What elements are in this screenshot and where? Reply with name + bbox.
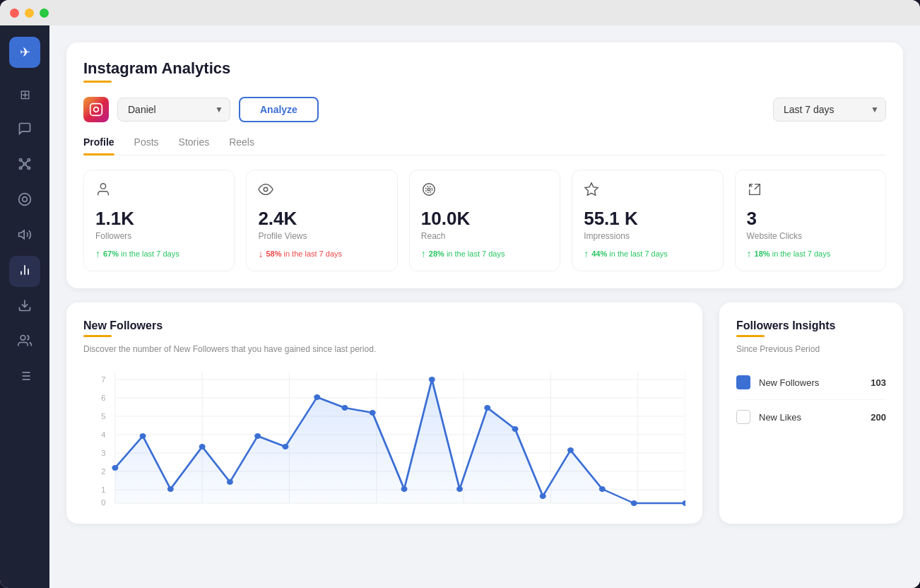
support-icon — [18, 192, 32, 210]
period-select-wrapper: Last 7 days Last 30 days Last 90 days ▼ — [773, 98, 886, 122]
svg-text:4: 4 — [101, 431, 105, 439]
svg-line-7 — [22, 165, 23, 167]
followers-chart: 7 6 5 4 3 2 1 0 — [83, 365, 685, 507]
network-icon — [18, 157, 32, 175]
followers-change-pct: 67% in the last 7 days — [103, 249, 179, 258]
impressions-label: Impressions — [584, 231, 711, 241]
svg-text:3: 3 — [101, 449, 105, 457]
analyze-button[interactable]: Analyze — [239, 97, 319, 122]
maximize-button[interactable] — [40, 8, 49, 18]
minimize-button[interactable] — [25, 8, 34, 18]
svg-point-9 — [19, 193, 31, 205]
insight-likes-label: New Likes — [759, 412, 862, 423]
chart-dot — [599, 486, 606, 492]
chart-dot — [112, 465, 118, 471]
chart-dot — [484, 405, 490, 411]
impressions-change-pct: 44% in the last 7 days — [591, 249, 668, 258]
tab-posts[interactable]: Posts — [134, 136, 159, 155]
svg-line-8 — [26, 165, 28, 167]
brand-icon: ✈ — [20, 45, 30, 60]
svg-point-3 — [20, 167, 22, 169]
sidebar: ✈ ⊞ — [0, 25, 49, 588]
analytics-card: Instagram Analytics Daniel — [66, 42, 903, 288]
sidebar-item-people[interactable] — [9, 327, 40, 358]
profile-views-value: 2.4K — [258, 208, 385, 230]
new-followers-desc: Discover the number of New Followers tha… — [83, 344, 685, 354]
new-followers-title: New Followers — [83, 319, 685, 332]
sidebar-item-support[interactable] — [9, 185, 40, 216]
metric-profile-views: 2.4K Profile Views ↓ 58% in the last 7 d… — [246, 170, 397, 271]
followers-icon — [95, 182, 223, 201]
svg-point-10 — [23, 196, 28, 201]
new-followers-underline — [83, 335, 112, 337]
chart-dot — [167, 486, 174, 492]
followers-up-arrow: ↑ — [95, 248, 100, 259]
new-followers-card: New Followers Discover the number of New… — [66, 302, 702, 524]
sidebar-item-network[interactable] — [9, 150, 40, 181]
metric-impressions: 55.1 K Impressions ↑ 44% in the last 7 d… — [572, 170, 723, 271]
svg-point-1 — [20, 158, 22, 160]
svg-point-16 — [20, 335, 25, 340]
instagram-icon — [83, 97, 109, 122]
tab-reels[interactable]: Reels — [229, 136, 254, 155]
chart-dot — [429, 377, 435, 382]
chart-dot — [341, 405, 348, 411]
dashboard-icon: ⊞ — [20, 87, 30, 102]
svg-point-25 — [100, 184, 105, 189]
new-likes-color — [736, 410, 750, 424]
sidebar-item-list[interactable] — [9, 362, 40, 393]
svg-text:2: 2 — [101, 468, 105, 476]
chart-dot — [370, 410, 376, 416]
metric-reach: 10.0K Reach ↑ 28% in the last 7 days — [409, 170, 560, 271]
svg-text:6: 6 — [101, 394, 105, 402]
analytics-icon — [18, 263, 32, 281]
tab-profile[interactable]: Profile — [83, 136, 114, 155]
reach-up-arrow: ↑ — [421, 248, 426, 259]
insight-new-likes: New Likes 200 — [736, 400, 886, 434]
insights-underline — [736, 335, 765, 337]
sidebar-item-download[interactable] — [9, 291, 40, 322]
svg-point-27 — [427, 188, 430, 191]
reach-value: 10.0K — [421, 208, 548, 230]
chart-dot — [227, 479, 233, 485]
titlebar — [0, 0, 920, 25]
account-select-wrapper: Daniel John Sarah ▼ — [117, 98, 230, 122]
svg-text:5: 5 — [101, 413, 105, 421]
chart-dot — [456, 486, 463, 492]
reach-change-pct: 28% in the last 7 days — [429, 249, 505, 258]
profile-views-icon — [258, 182, 385, 201]
chart-dot — [199, 444, 206, 449]
chart-dot — [140, 433, 146, 439]
sidebar-item-dashboard[interactable]: ⊞ — [9, 79, 40, 110]
svg-point-4 — [28, 167, 30, 169]
profile-views-change: ↓ 58% in the last 7 days — [258, 248, 385, 259]
sidebar-item-megaphone[interactable] — [9, 220, 40, 252]
sidebar-brand[interactable]: ✈ — [9, 37, 40, 68]
svg-point-2 — [28, 158, 30, 160]
svg-point-28 — [425, 186, 432, 192]
chart-dot — [567, 447, 574, 453]
svg-text:0: 0 — [101, 499, 105, 507]
tab-stories[interactable]: Stories — [179, 136, 210, 155]
account-select[interactable]: Daniel John Sarah — [117, 98, 230, 122]
reach-label: Reach — [421, 231, 548, 241]
insights-card: Followers Insights Since Previous Period… — [719, 302, 903, 524]
svg-text:1: 1 — [101, 486, 105, 494]
bottom-section: New Followers Discover the number of New… — [66, 302, 903, 524]
chart-dot — [540, 493, 546, 499]
reach-icon — [421, 182, 548, 201]
sidebar-item-chat[interactable] — [9, 114, 40, 146]
insight-new-followers: New Followers 103 — [736, 365, 886, 400]
chart-dot — [254, 433, 261, 439]
followers-value: 1.1K — [95, 208, 223, 230]
website-clicks-value: 3 — [747, 208, 874, 230]
sidebar-item-analytics[interactable] — [9, 256, 40, 287]
insight-likes-value: 200 — [871, 412, 886, 423]
chart-dot — [314, 394, 320, 400]
insight-followers-value: 103 — [871, 377, 886, 388]
svg-line-6 — [26, 160, 28, 163]
period-select[interactable]: Last 7 days Last 30 days Last 90 days — [773, 98, 886, 122]
followers-change: ↑ 67% in the last 7 days — [95, 248, 223, 259]
svg-rect-23 — [90, 104, 102, 116]
close-button[interactable] — [10, 8, 19, 18]
